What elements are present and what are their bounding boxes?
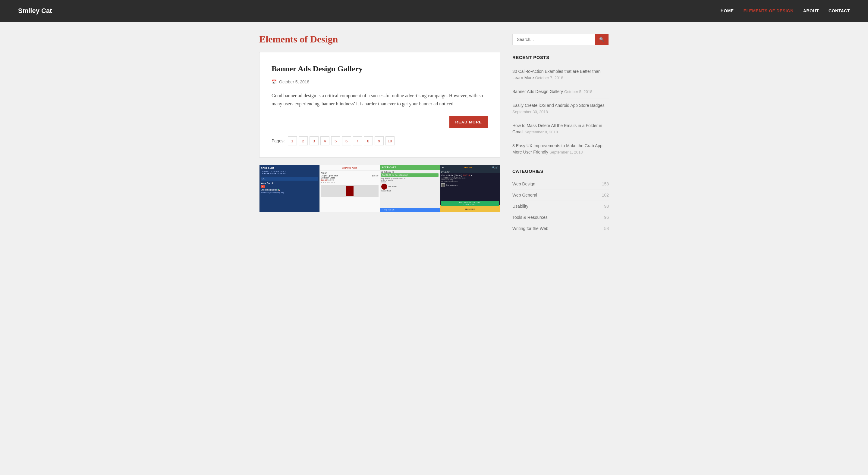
category-item: Web Design 158 bbox=[513, 178, 609, 190]
page-6[interactable]: 6 bbox=[342, 136, 351, 145]
article-actions: READ MORE bbox=[272, 116, 488, 128]
main-nav: HOME ELEMENTS OF DESIGN ABOUT CONTACT bbox=[721, 8, 850, 13]
category-item: Usability 98 bbox=[513, 201, 609, 212]
recent-post-item: Banner Ads Design Gallery October 5, 201… bbox=[513, 85, 609, 99]
cart-image-3: YOUR CART rd Delivery (3) Add $2.03 for … bbox=[380, 165, 440, 212]
article-title: Banner Ads Design Gallery bbox=[272, 64, 488, 73]
page-5[interactable]: 5 bbox=[331, 136, 340, 145]
gallery-card: Your Cart Lenovo - 110-15BR 15.6" L Ce ●… bbox=[259, 165, 500, 212]
sidebar: 🔍 RECENT POSTS 30 Call-to-Action Example… bbox=[513, 34, 609, 243]
categories-section: CATEGORIES Web Design 158 Web General 10… bbox=[513, 169, 609, 234]
recent-post-link[interactable]: 30 Call-to-Action Examples that are Bett… bbox=[513, 68, 609, 81]
page-7[interactable]: 7 bbox=[353, 136, 362, 145]
article-date: October 5, 2018 bbox=[279, 79, 309, 84]
cart-image-4: ☰ amazon 🔍 🛒 dtac ➜ 8:06 Cart subtotal (… bbox=[440, 165, 500, 212]
article-excerpt: Good banner ad design is a critical comp… bbox=[272, 92, 488, 108]
page-1[interactable]: 1 bbox=[288, 136, 297, 145]
category-count: 96 bbox=[604, 215, 609, 220]
page-2[interactable]: 2 bbox=[299, 136, 308, 145]
nav-contact[interactable]: CONTACT bbox=[829, 8, 850, 13]
category-count: 98 bbox=[604, 204, 609, 209]
page-3[interactable]: 3 bbox=[310, 136, 318, 145]
calendar-icon: 📅 bbox=[272, 79, 277, 84]
cart-images-strip: Your Cart Lenovo - 110-15BR 15.6" L Ce ●… bbox=[259, 165, 500, 212]
page-title: Elements of Design bbox=[259, 34, 500, 45]
search-button[interactable]: 🔍 bbox=[595, 34, 609, 45]
category-item: Tools & Resources 96 bbox=[513, 212, 609, 223]
site-header: Smiley Cat HOME ELEMENTS OF DESIGN ABOUT… bbox=[0, 0, 868, 22]
category-item: Writing for the Web 58 bbox=[513, 223, 609, 234]
category-item: Web General 102 bbox=[513, 190, 609, 201]
recent-post-item: 8 Easy UX Improvements to Make the Grab … bbox=[513, 139, 609, 159]
categories-title: CATEGORIES bbox=[513, 169, 609, 174]
recent-post-link[interactable]: Easily Create iOS and Android App Store … bbox=[513, 102, 609, 115]
recent-post-item: Easily Create iOS and Android App Store … bbox=[513, 99, 609, 119]
pages-label: Pages: bbox=[272, 138, 285, 143]
recent-posts-title: RECENT POSTS bbox=[513, 55, 609, 60]
recent-post-link[interactable]: Banner Ads Design Gallery October 5, 201… bbox=[513, 89, 609, 95]
category-writing-for-web[interactable]: Writing for the Web bbox=[513, 226, 548, 231]
recent-post-link[interactable]: How to Mass Delete All the Emails in a F… bbox=[513, 123, 609, 135]
recent-post-link[interactable]: 8 Easy UX Improvements to Make the Grab … bbox=[513, 143, 609, 155]
site-logo[interactable]: Smiley Cat bbox=[18, 7, 52, 15]
page-4[interactable]: 4 bbox=[320, 136, 330, 145]
category-count: 58 bbox=[604, 226, 609, 231]
read-more-button[interactable]: READ MORE bbox=[450, 116, 488, 128]
category-tools-resources[interactable]: Tools & Resources bbox=[513, 215, 548, 220]
category-count: 158 bbox=[602, 181, 609, 186]
main-wrapper: Elements of Design Banner Ads Design Gal… bbox=[253, 34, 615, 243]
cart-image-1: Your Cart Lenovo - 110-15BR 15.6" L Ce ●… bbox=[259, 165, 319, 212]
search-icon: 🔍 bbox=[599, 37, 604, 42]
page-8[interactable]: 8 bbox=[364, 136, 373, 145]
page-9[interactable]: 9 bbox=[375, 136, 384, 145]
cart-image-2: charlotte russe AG (2) Caged Open Back $… bbox=[319, 165, 380, 212]
pagination: Pages: 1 2 3 4 5 6 7 8 9 10 bbox=[272, 136, 488, 145]
search-input[interactable] bbox=[513, 34, 595, 45]
category-web-design[interactable]: Web Design bbox=[513, 181, 535, 186]
page-10[interactable]: 10 bbox=[385, 136, 395, 145]
recent-posts-section: RECENT POSTS 30 Call-to-Action Examples … bbox=[513, 55, 609, 159]
content-area: Elements of Design Banner Ads Design Gal… bbox=[259, 34, 500, 243]
recent-post-item: 30 Call-to-Action Examples that are Bett… bbox=[513, 65, 609, 85]
article-meta: 📅 October 5, 2018 bbox=[272, 79, 488, 84]
category-usability[interactable]: Usability bbox=[513, 204, 528, 209]
nav-home[interactable]: HOME bbox=[721, 8, 734, 13]
article-card: Banner Ads Design Gallery 📅 October 5, 2… bbox=[259, 52, 500, 158]
category-web-general[interactable]: Web General bbox=[513, 193, 537, 198]
nav-elements-of-design[interactable]: ELEMENTS OF DESIGN bbox=[744, 8, 794, 13]
category-count: 102 bbox=[602, 193, 609, 198]
search-box: 🔍 bbox=[513, 34, 609, 45]
nav-about[interactable]: ABOUT bbox=[803, 8, 819, 13]
recent-post-item: How to Mass Delete All the Emails in a F… bbox=[513, 119, 609, 139]
